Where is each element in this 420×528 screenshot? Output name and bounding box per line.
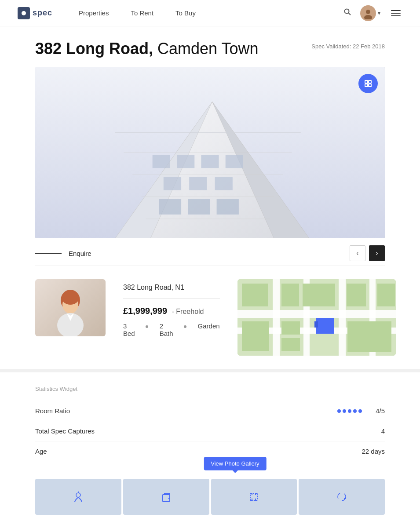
property-price: £1,999,999 bbox=[123, 306, 167, 316]
logo[interactable]: spec bbox=[18, 7, 52, 19]
thumbnail-4[interactable] bbox=[299, 479, 385, 515]
page-header: 382 Long Road, Camden Town Spec Validate… bbox=[0, 26, 420, 67]
property-price-row: £1,999,999 - Freehold bbox=[123, 306, 220, 316]
svg-rect-39 bbox=[339, 279, 346, 356]
property-map[interactable] bbox=[237, 279, 396, 356]
svg-rect-41 bbox=[242, 284, 268, 306]
nav-right: ▾ bbox=[343, 5, 402, 21]
svg-rect-10 bbox=[177, 155, 194, 168]
stats-right-age: 22 days bbox=[362, 448, 385, 455]
svg-rect-48 bbox=[281, 338, 300, 351]
property-address: 382 Long Road, N1 bbox=[123, 284, 220, 299]
search-icon[interactable] bbox=[343, 8, 351, 18]
stats-dot-4 bbox=[353, 409, 357, 413]
property-details: 382 Long Road, N1 £1,999,999 - Freehold … bbox=[123, 279, 220, 337]
nav-links: Properties To Rent To Buy bbox=[79, 9, 343, 17]
property-info-section: 382 Long Road, N1 £1,999,999 - Freehold … bbox=[0, 266, 420, 369]
stats-label-room-ratio: Room Ratio bbox=[35, 407, 70, 415]
svg-point-52 bbox=[76, 493, 80, 497]
stats-dot-2 bbox=[343, 409, 346, 413]
svg-rect-27 bbox=[369, 84, 371, 87]
property-tenure: - Freehold bbox=[172, 308, 204, 315]
stats-dot-5 bbox=[358, 409, 362, 413]
expand-button[interactable] bbox=[358, 74, 378, 93]
svg-rect-26 bbox=[365, 84, 368, 87]
stats-dot-1 bbox=[337, 409, 341, 413]
svg-rect-17 bbox=[188, 199, 210, 215]
svg-rect-50 bbox=[316, 318, 334, 334]
gallery-container: Enquire ‹ › bbox=[35, 67, 385, 266]
nav-link-to-rent[interactable]: To Rent bbox=[131, 9, 153, 17]
svg-rect-55 bbox=[250, 493, 257, 500]
stats-right-room-ratio: 4/5 bbox=[337, 407, 385, 415]
user-menu[interactable]: ▾ bbox=[360, 5, 380, 21]
page-title: 382 Long Road, Camden Town bbox=[35, 40, 259, 58]
thumbnail-section: View Photo Gallery bbox=[0, 479, 420, 528]
svg-line-2 bbox=[349, 13, 351, 15]
stats-dot-3 bbox=[348, 409, 351, 413]
svg-rect-37 bbox=[273, 279, 280, 356]
view-gallery-tooltip[interactable]: View Photo Gallery bbox=[204, 457, 266, 470]
svg-rect-25 bbox=[369, 80, 371, 83]
stats-row-spec-captures: Total Spec Captures 4 bbox=[35, 421, 385, 441]
feature-bath: 2 Bath bbox=[160, 322, 173, 337]
svg-rect-24 bbox=[365, 80, 368, 83]
svg-rect-12 bbox=[226, 155, 243, 168]
svg-point-3 bbox=[366, 10, 370, 14]
stats-dots-room-ratio bbox=[337, 409, 362, 413]
section-divider bbox=[0, 369, 420, 372]
chevron-down-icon: ▾ bbox=[378, 10, 380, 16]
building-illustration bbox=[35, 67, 385, 238]
prev-arrow[interactable]: ‹ bbox=[350, 245, 365, 261]
enquire-section: Enquire bbox=[35, 250, 91, 257]
map-svg bbox=[237, 279, 396, 356]
thumbnail-3[interactable] bbox=[211, 479, 297, 515]
stats-value-room-ratio: 4/5 bbox=[367, 407, 385, 415]
svg-rect-16 bbox=[159, 199, 181, 215]
enquire-line bbox=[35, 253, 62, 254]
gallery-nav-row: Enquire ‹ › bbox=[35, 245, 385, 266]
svg-point-0 bbox=[22, 11, 26, 15]
svg-rect-11 bbox=[201, 155, 219, 168]
gallery-arrows: ‹ › bbox=[350, 245, 385, 261]
svg-rect-47 bbox=[281, 321, 300, 335]
enquire-label[interactable]: Enquire bbox=[69, 250, 91, 257]
svg-rect-42 bbox=[281, 284, 299, 306]
svg-point-56 bbox=[338, 493, 346, 501]
agent-photo bbox=[35, 279, 106, 336]
nav-link-to-buy[interactable]: To Buy bbox=[175, 9, 196, 17]
svg-rect-9 bbox=[153, 155, 170, 168]
svg-rect-44 bbox=[347, 284, 366, 306]
spec-validated: Spec Validated: 22 Feb 2018 bbox=[311, 43, 385, 50]
hamburger-icon[interactable] bbox=[389, 8, 402, 18]
stats-value-spec-captures: 4 bbox=[367, 427, 385, 435]
svg-point-4 bbox=[364, 15, 372, 19]
svg-point-1 bbox=[345, 9, 349, 14]
next-arrow[interactable]: › bbox=[369, 245, 385, 261]
stats-title: Statistics Widget bbox=[35, 386, 385, 392]
stats-value-age: 22 days bbox=[362, 448, 385, 455]
thumbnail-1[interactable] bbox=[35, 479, 121, 515]
stats-right-spec-captures: 4 bbox=[367, 427, 385, 435]
svg-rect-51 bbox=[314, 321, 318, 328]
feature-bed: 3 Bed bbox=[123, 322, 135, 337]
feature-separator-2 bbox=[184, 322, 187, 337]
thumbnail-row bbox=[35, 479, 385, 515]
stats-row-room-ratio: Room Ratio 4/5 bbox=[35, 401, 385, 421]
nav-link-properties[interactable]: Properties bbox=[79, 9, 109, 17]
svg-rect-45 bbox=[377, 284, 395, 306]
svg-rect-49 bbox=[347, 321, 391, 352]
feature-garden: Garden bbox=[198, 322, 220, 337]
agent-illustration bbox=[44, 288, 97, 336]
svg-rect-46 bbox=[242, 321, 269, 351]
svg-rect-14 bbox=[189, 177, 207, 190]
stats-label-spec-captures: Total Spec Captures bbox=[35, 427, 95, 435]
svg-rect-18 bbox=[217, 199, 239, 215]
thumbnail-2[interactable] bbox=[123, 479, 209, 515]
logo-icon bbox=[18, 7, 30, 19]
gallery-main-image bbox=[35, 67, 385, 238]
navbar: spec Properties To Rent To Buy ▾ bbox=[0, 0, 420, 26]
svg-rect-43 bbox=[303, 284, 335, 306]
svg-point-30 bbox=[62, 291, 79, 305]
logo-text: spec bbox=[33, 8, 52, 18]
